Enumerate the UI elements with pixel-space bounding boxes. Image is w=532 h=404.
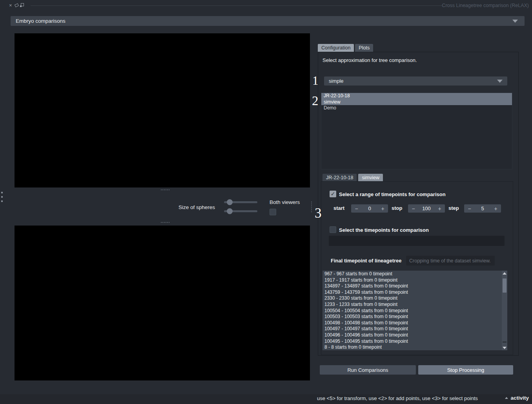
tab-configuration[interactable]: Configuration [318,44,354,52]
status-hint: use <5> for transform, use <2> for add p… [317,395,478,401]
timepoints-checkbox[interactable] [330,226,336,233]
close-icon[interactable]: × [9,3,12,8]
start-label: start [333,205,344,211]
chevron-up-icon [505,397,508,399]
step-decrement-button[interactable]: − [464,204,475,213]
dataset-list-item[interactable]: JR-22-10-18 [321,93,512,99]
splitter-handle-top[interactable] [161,189,169,190]
stop-label: stop [392,205,402,211]
both-viewers-checkbox[interactable] [270,209,276,215]
start-increment-button[interactable]: + [377,204,388,213]
viewer-canvas-top[interactable] [15,33,310,187]
scrollbar[interactable] [502,271,507,350]
dataset-list-item[interactable]: simview [321,99,512,106]
timepoint-list-item[interactable]: 100504 - 100504 starts from 0 timepoint [322,308,501,314]
size-of-spheres-label: Size of spheres [179,204,215,210]
tab-dataset-simview[interactable]: simview [358,174,383,181]
timepoint-list-item[interactable]: 100503 - 100503 starts from 0 timepoint [322,314,501,320]
timepoint-list-item[interactable]: 8 - 8 starts from 0 timepoint [322,344,501,350]
range-checkbox[interactable] [330,191,336,197]
step-label: step [448,205,459,211]
splitter-handle-bottom[interactable] [161,222,169,223]
viewer-canvas-bottom[interactable] [15,226,310,380]
dock-title: Cross Lineagetree comparison (ReLAX) [442,3,529,8]
timepoint-list-item[interactable]: 134897 - 134897 starts from 0 timepoint [322,283,501,289]
timepoint-list-item[interactable]: 100498 - 100498 starts from 0 timepoint [322,320,501,326]
range-checkbox-label: Select a range of timepoints for compari… [339,191,446,197]
scroll-down-icon[interactable] [502,345,507,350]
timepoint-list-item[interactable]: 1233 - 1233 starts from 0 timepoint [322,302,501,308]
timepoint-list-item[interactable]: 100497 - 100497 starts from 0 timepoint [322,326,501,332]
annotation-1: 1 [312,74,319,88]
stop-spinbox: − 100 + [408,204,445,213]
slider-handle[interactable] [227,208,233,214]
start-value[interactable]: 0 [362,204,377,213]
final-timepoint-label: Final timepoint of lineagetree [331,258,402,264]
titlebar-divider [31,5,443,6]
stop-processing-button[interactable]: Stop Processing [418,365,513,375]
approximation-label: Select approximation for tree comparison… [322,57,417,63]
approximation-select[interactable]: simple [324,76,507,86]
approximation-value: simple [329,78,344,84]
sphere-size-slider-top[interactable] [224,201,257,203]
layer-select-dropdown[interactable]: Embryo comparisons [11,16,525,26]
timepoint-list-item[interactable]: 2330 - 2330 starts from 0 timepoint [322,295,501,302]
timepoint-list: 967 - 967 starts from 0 timepoint1917 - … [322,271,507,350]
timepoints-checkbox-label: Select the timepoints for comparison [339,227,429,233]
dataset-list: JR-22-10-18simviewDemo [321,93,512,169]
chevron-down-icon [512,20,518,23]
timepoint-list-item[interactable]: 100496 - 100496 starts from 0 timepoint [322,332,501,338]
chevron-down-icon [497,80,503,83]
stop-decrement-button[interactable]: − [408,204,419,213]
app-window: × Cross Lineagetree comparison (ReLAX) E… [0,0,532,404]
activity-label: activity [510,395,529,401]
stop-value[interactable]: 100 [419,204,434,213]
scroll-up-icon[interactable] [502,271,507,276]
timepoint-list-item[interactable]: 967 - 967 starts from 0 timepoint [322,271,501,277]
timepoint-list-item[interactable]: 100495 - 100495 starts from 0 timepoint [322,338,501,345]
dock-drag-handle[interactable] [1,192,3,202]
tab-dataset-jr-22-10-18[interactable]: JR-22-10-18 [322,174,357,181]
timepoint-list-item[interactable]: 1917 - 1917 starts from 0 timepoint [322,277,501,284]
final-timepoint-input[interactable] [406,256,495,266]
step-spinbox: − 5 + [464,204,501,213]
tab-plots[interactable]: Plots [355,44,373,52]
both-viewers-label: Both viewers [270,199,300,205]
stop-increment-button[interactable]: + [434,204,445,213]
layer-select-value: Embryo comparisons [16,18,66,24]
activity-button[interactable]: activity [505,395,529,401]
step-value[interactable]: 5 [475,204,490,213]
float-panel-icon[interactable] [15,3,19,7]
start-spinbox: − 0 + [351,204,388,213]
slider-handle[interactable] [227,199,233,205]
scrollbar-thumb[interactable] [503,278,506,293]
hide-panel-icon[interactable] [21,3,24,6]
scrollbar-divider [503,342,506,342]
dataset-list-item[interactable]: Demo [321,105,512,111]
timepoint-list-item[interactable]: 143759 - 143759 starts from 0 timepoint [322,289,501,296]
annotation-2: 2 [312,94,319,108]
timepoints-input[interactable] [329,236,505,246]
step-increment-button[interactable]: + [490,204,501,213]
run-comparisons-button[interactable]: Run Comparisons [320,365,416,375]
sphere-size-slider-bottom[interactable] [224,210,257,212]
start-decrement-button[interactable]: − [351,204,362,213]
annotation-3: 3 [315,206,322,221]
splitter-handle-vertical[interactable] [311,202,312,212]
